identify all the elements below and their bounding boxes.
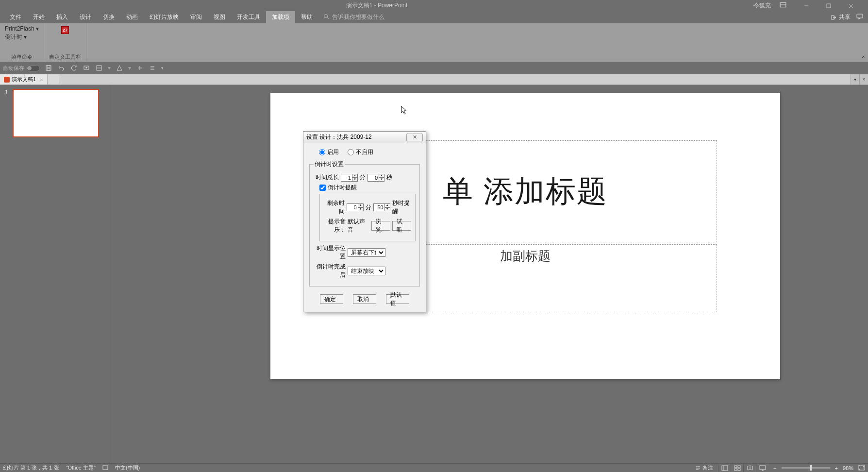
qat-customize-icon[interactable]: ▾ bbox=[161, 66, 164, 70]
countdown-menu[interactable]: 倒计时 ▾ bbox=[5, 33, 39, 41]
svg-line-7 bbox=[327, 17, 329, 19]
position-label: 时间显示位置 bbox=[314, 244, 346, 261]
svg-rect-33 bbox=[760, 466, 766, 470]
remain-min-spinner[interactable]: ▲▼ bbox=[347, 203, 364, 211]
tab-view[interactable]: 视图 bbox=[208, 11, 231, 23]
slide-count[interactable]: 幻灯片 第 1 张，共 1 张 bbox=[3, 464, 59, 472]
language[interactable]: 中文(中国) bbox=[115, 464, 140, 472]
document-tab[interactable]: 演示文稿1 × bbox=[0, 74, 48, 84]
search-icon bbox=[323, 14, 329, 21]
fit-to-window-icon[interactable] bbox=[858, 465, 865, 472]
qat-sep2: ▾ bbox=[128, 65, 131, 71]
tab-dropdown-icon[interactable]: ▾ bbox=[851, 74, 859, 84]
tab-home[interactable]: 开始 bbox=[27, 11, 50, 23]
qat-shape-icon[interactable] bbox=[116, 64, 123, 72]
user-name[interactable]: 令狐充 bbox=[753, 1, 771, 10]
ribbon-display-icon[interactable] bbox=[780, 1, 786, 10]
autosave-toggle[interactable] bbox=[26, 65, 40, 71]
qat-sep: ▾ bbox=[108, 65, 111, 71]
p2f-icon[interactable]: 27 bbox=[61, 26, 69, 34]
share-button[interactable]: 共享 bbox=[831, 13, 851, 21]
sorter-view-icon[interactable] bbox=[731, 464, 743, 472]
zoom-slider[interactable] bbox=[782, 467, 830, 469]
new-tab-button[interactable] bbox=[48, 74, 59, 84]
dialog-close-button[interactable]: ✕ bbox=[406, 134, 423, 141]
svg-rect-28 bbox=[734, 466, 737, 468]
slide-canvas-area[interactable]: 单 添加标题 加副标题 bbox=[109, 85, 868, 463]
touch-mode-icon[interactable] bbox=[136, 64, 144, 72]
normal-view-icon[interactable] bbox=[718, 464, 731, 472]
spellcheck-icon[interactable] bbox=[102, 465, 108, 472]
ok-button[interactable]: 确定 bbox=[320, 294, 343, 304]
reading-view-icon[interactable] bbox=[743, 464, 756, 472]
slide-thumbnail[interactable] bbox=[13, 89, 99, 137]
tab-animations[interactable]: 动画 bbox=[120, 11, 144, 23]
tab-file[interactable]: 文件 bbox=[4, 11, 27, 23]
collapse-ribbon-icon[interactable] bbox=[861, 55, 866, 61]
slide-thumbnail-panel[interactable]: 1 bbox=[0, 85, 109, 463]
total-time-label: 时间总长 bbox=[314, 173, 339, 182]
tab-slideshow[interactable]: 幻灯片放映 bbox=[144, 11, 184, 23]
tab-help[interactable]: 帮助 bbox=[295, 11, 318, 23]
save-icon[interactable] bbox=[45, 64, 52, 72]
tab-close-all-icon[interactable]: × bbox=[859, 74, 868, 84]
svg-rect-12 bbox=[47, 68, 50, 70]
document-tab-label: 演示文稿1 bbox=[12, 76, 36, 83]
tab-transitions[interactable]: 切换 bbox=[97, 11, 120, 23]
title-bar: 演示文稿1 - PowerPoint 令狐充 bbox=[0, 0, 868, 11]
svg-rect-0 bbox=[780, 2, 786, 7]
quick-access-toolbar: 自动保存 ▾ ▾ ▾ bbox=[0, 62, 868, 74]
svg-marker-16 bbox=[117, 66, 122, 70]
svg-rect-31 bbox=[738, 469, 740, 471]
notes-button[interactable]: 备注 bbox=[695, 464, 713, 472]
after-select[interactable]: 结束放映 bbox=[348, 267, 385, 275]
ribbon-group-label-toolbar: 自定义工具栏 bbox=[49, 53, 81, 61]
tab-developer[interactable]: 开发工具 bbox=[231, 11, 266, 23]
ribbon-tabs: 文件 开始 插入 设计 切换 动画 幻灯片放映 审阅 视图 开发工具 加载项 帮… bbox=[0, 11, 868, 23]
default-button[interactable]: 默认值 bbox=[386, 294, 409, 304]
zoom-level[interactable]: 98% bbox=[843, 465, 853, 471]
slideshow-view-icon[interactable] bbox=[756, 464, 768, 472]
thumbnail-number: 1 bbox=[5, 89, 10, 137]
autosave-label: 自动保存 bbox=[3, 65, 24, 72]
zoom-out-icon[interactable]: − bbox=[773, 465, 776, 471]
total-seconds-spinner[interactable]: ▲▼ bbox=[367, 174, 384, 182]
start-from-beginning-icon[interactable] bbox=[83, 64, 90, 72]
tab-review[interactable]: 审阅 bbox=[184, 11, 208, 23]
zoom-in-icon[interactable]: + bbox=[835, 465, 838, 471]
comments-icon[interactable] bbox=[856, 13, 863, 21]
svg-point-6 bbox=[324, 15, 328, 18]
minimize-button[interactable] bbox=[795, 0, 818, 11]
close-button[interactable] bbox=[840, 0, 862, 11]
tab-insert[interactable]: 插入 bbox=[50, 11, 74, 23]
svg-rect-26 bbox=[722, 466, 728, 471]
tab-design[interactable]: 设计 bbox=[74, 11, 97, 23]
music-value: 默认声音 bbox=[348, 218, 368, 234]
qat-tool-icon[interactable] bbox=[95, 64, 103, 72]
tryplay-button[interactable]: 试听 bbox=[392, 221, 411, 231]
tab-addins[interactable]: 加载项 bbox=[266, 11, 295, 23]
print2flash-menu[interactable]: Print2Flash ▾ bbox=[5, 25, 39, 32]
dialog-titlebar[interactable]: 设置 设计：沈兵 2009-12 ✕ bbox=[303, 132, 426, 143]
position-select[interactable]: 屏幕右下角 bbox=[348, 248, 385, 257]
radio-enable[interactable]: 启用 bbox=[319, 148, 339, 156]
document-tab-strip: 演示文稿1 × ▾ × bbox=[0, 74, 868, 85]
tell-me-search[interactable]: 告诉我你想要做什么 bbox=[323, 11, 384, 23]
browse-button[interactable]: 浏览 bbox=[371, 221, 390, 231]
reminder-group: 剩余时间 ▲▼ 分 ▲▼ 秒时提醒 提示音乐： 默认声音 浏览 试听 bbox=[319, 194, 416, 241]
svg-rect-22 bbox=[103, 466, 108, 470]
app-title: 演示文稿1 - PowerPoint bbox=[0, 1, 753, 10]
redo-icon[interactable] bbox=[70, 64, 78, 72]
undo-icon[interactable] bbox=[57, 64, 65, 72]
remain-sec-spinner[interactable]: ▲▼ bbox=[373, 203, 390, 211]
maximize-button[interactable] bbox=[818, 0, 840, 11]
total-minutes-spinner[interactable]: ▲▼ bbox=[341, 174, 358, 182]
svg-rect-30 bbox=[734, 469, 737, 471]
cancel-button[interactable]: 取消 bbox=[353, 294, 376, 304]
qat-more-icon[interactable] bbox=[149, 64, 156, 72]
reminder-checkbox[interactable] bbox=[319, 185, 326, 191]
close-icon[interactable]: × bbox=[40, 77, 43, 83]
radio-disable[interactable]: 不启用 bbox=[348, 148, 373, 156]
svg-rect-9 bbox=[857, 14, 863, 18]
countdown-settings-dialog: 设置 设计：沈兵 2009-12 ✕ 启用 不启用 倒计时设置 时间总长 ▲▼ … bbox=[303, 131, 426, 312]
